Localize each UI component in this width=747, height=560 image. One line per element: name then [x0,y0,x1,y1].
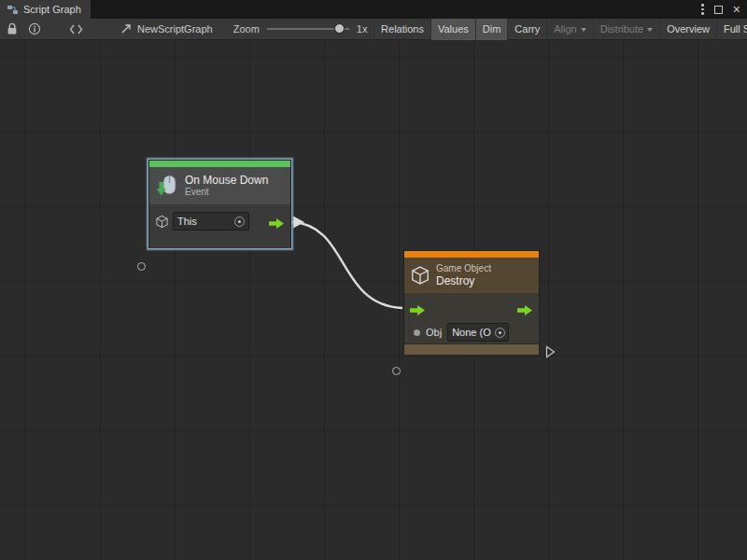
script-graph-icon [7,4,19,16]
close-icon[interactable]: × [733,3,740,16]
node-title: On Mouse Down [185,174,268,187]
object-picker-icon[interactable] [234,217,245,227]
title-bar: Script Graph × [0,0,747,19]
unity-visual-scripting-window: Script Graph × [0,0,747,560]
maximize-icon[interactable] [714,6,723,14]
value-input-port[interactable] [392,367,401,375]
object-accent-strip [404,251,539,258]
node-category: Game Object [436,263,491,274]
toolbar-buttons: Relations Values Dim Carry Align Distrib… [374,19,747,40]
flow-continue-icon [545,345,556,358]
target-object-field[interactable]: This [173,212,249,231]
flow-output-port[interactable] [517,305,533,315]
fullscreen-button[interactable]: Full S [716,19,747,40]
node-footer [404,343,539,355]
overview-button[interactable]: Overview [659,19,716,40]
dropdown-caret-icon [647,28,653,32]
info-icon[interactable] [28,19,41,40]
code-icon[interactable] [69,19,83,40]
target-object-value: This [177,216,197,227]
mouse-down-icon [155,174,179,198]
graph-name[interactable]: NewScriptGraph [137,23,213,35]
dim-button[interactable]: Dim [475,19,508,40]
tab-script-graph[interactable]: Script Graph [0,0,91,19]
relations-button[interactable]: Relations [374,19,430,40]
distribute-button[interactable]: Distribute [593,19,659,40]
zoom-value: 1x [357,23,368,35]
tab-title: Script Graph [23,4,81,15]
value-port-dot[interactable] [414,329,420,336]
object-picker-icon[interactable] [495,328,505,338]
node-header[interactable]: Game Object Destroy [404,258,539,293]
object-param-field[interactable]: None (O [447,323,509,342]
graph-pointer-icon [120,19,132,40]
object-param-value: None (O [452,327,491,338]
param-label: Obj [426,327,442,338]
lock-icon[interactable] [7,19,18,40]
flow-input-port[interactable] [410,305,426,315]
node-on-mouse-down[interactable]: On Mouse Down Event This [148,160,291,248]
node-destroy[interactable]: Game Object Destroy Obj None (O [403,250,540,355]
value-input-port[interactable] [137,262,146,271]
node-title: Destroy [436,274,491,287]
node-header[interactable]: On Mouse Down Event [149,167,290,204]
zoom-label: Zoom [233,23,260,35]
kebab-menu-icon[interactable] [701,4,704,15]
zoom-slider-handle[interactable] [334,23,345,34]
values-button[interactable]: Values [430,19,475,40]
align-button[interactable]: Align [546,19,592,40]
cube-icon [155,215,169,229]
carry-button[interactable]: Carry [507,19,546,40]
game-object-cube-icon [410,265,430,286]
graph-toolbar: NewScriptGraph Zoom 1x Relations Values … [0,19,747,40]
zoom-slider[interactable] [267,28,349,30]
event-accent-strip [149,161,290,167]
node-subtitle: Event [185,187,268,198]
flow-output-port[interactable] [269,218,285,229]
dropdown-caret-icon [581,28,586,32]
graph-canvas[interactable] [0,40,747,560]
